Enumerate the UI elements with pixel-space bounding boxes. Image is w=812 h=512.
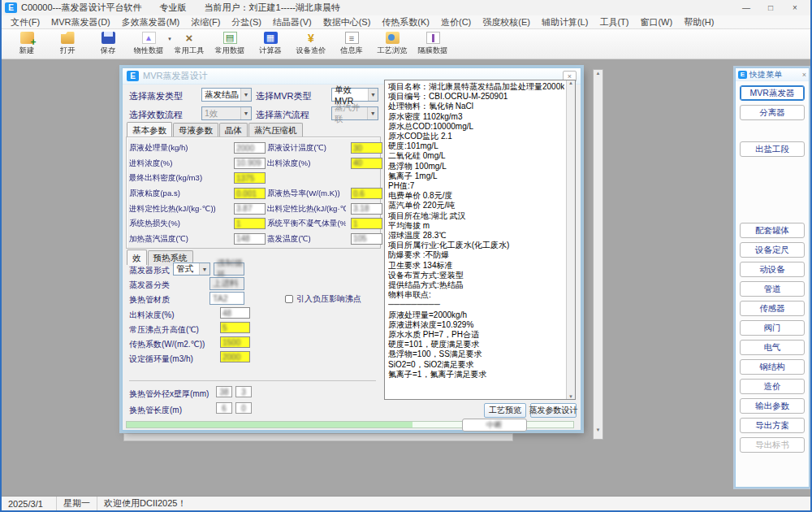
tube-thickness-input[interactable]: 3	[235, 386, 252, 397]
circulation-mode-select[interactable]: 强制循环	[214, 263, 244, 276]
outlet-specific-heat-input[interactable]: 3.18	[351, 203, 382, 215]
info-line: 硬度=101，硬度满足要求	[388, 340, 564, 349]
evaporator-form-select[interactable]: 管式▼	[173, 263, 210, 276]
menu-tools[interactable]: 工具(T)	[594, 16, 634, 28]
menu-crystallizer[interactable]: 结晶器(V)	[267, 16, 317, 28]
tube-od-input[interactable]: 38	[216, 386, 232, 397]
vacuum-effect-checkbox-row[interactable]: 引入负压影响沸点	[285, 293, 361, 305]
process-preview-button[interactable]: 工艺预览	[484, 403, 526, 418]
quick-sensors-button[interactable]: 传感器	[740, 301, 805, 316]
effect-flow-select[interactable]: 1效▼	[201, 106, 252, 120]
progress-action-button[interactable]: 中断	[462, 419, 527, 432]
circulation-volume-input[interactable]: 2000	[220, 351, 250, 362]
evaporator-class-select[interactable]: 上进料	[209, 277, 244, 290]
background-horizontal-scrollbar[interactable]	[123, 433, 513, 441]
scroll-down-icon[interactable]: ▼	[567, 394, 575, 399]
chevron-down-icon: ▼	[240, 89, 251, 101]
scroll-up-icon[interactable]: ▲	[567, 80, 575, 85]
chevron-down-icon: ▼	[368, 89, 378, 101]
toolbar-calculator[interactable]: ▦计算器	[250, 32, 291, 56]
evap-type-select[interactable]: 蒸发结晶▼	[201, 88, 252, 102]
quick-steel-structure-button[interactable]: 钢结构	[740, 359, 805, 375]
background-vertical-scrollbar[interactable]: ▲▼	[593, 69, 603, 440]
menu-heat-transfer[interactable]: 传热系数(K)	[376, 16, 435, 28]
quick-separator-button[interactable]: 分离器	[740, 105, 805, 120]
thermal-conductivity-input[interactable]: 0.6	[351, 188, 382, 199]
quick-mvr-evaporator-button[interactable]: MVR蒸发器	[740, 85, 805, 101]
design-temp-input[interactable]: 30	[351, 142, 382, 154]
toolbar-save[interactable]: 保存	[88, 32, 128, 56]
close-button[interactable]: ×	[783, 1, 807, 15]
toolbar-common-tools[interactable]: ×常用工具	[169, 32, 209, 56]
menu-window[interactable]: 窗口(W)	[634, 16, 678, 28]
outlet-concentration-input[interactable]: 40	[351, 158, 382, 169]
boiling-point-rise-input[interactable]: 5	[220, 322, 250, 333]
menu-salt-separation[interactable]: 分盐(S)	[226, 16, 267, 28]
quick-export-plan-button[interactable]: 导出方案	[740, 418, 805, 433]
maximize-button[interactable]: □	[758, 1, 783, 15]
toolbar-open[interactable]: 打开	[47, 32, 88, 56]
quick-cost-button[interactable]: 造价	[740, 379, 805, 394]
toolbar-common-data[interactable]: ▤常用数据	[209, 32, 250, 56]
info-line: 蒸汽单价 220元/吨	[388, 201, 564, 210]
field-label: 原液处理量(kg/h)	[129, 143, 228, 154]
tab-basic-params[interactable]: 基本参数	[127, 122, 172, 137]
toolbar-new[interactable]: 新建	[6, 32, 47, 56]
evaporation-temp-input[interactable]: 105	[351, 233, 382, 245]
toolbar-diaphragm-data[interactable]: 隔膜数据	[412, 32, 453, 56]
toolbar-info-library[interactable]: ≡信息库	[331, 32, 372, 56]
viscosity-input[interactable]: 0.001	[234, 188, 266, 199]
quick-salt-section-button[interactable]: 出盐工段	[740, 141, 805, 157]
quick-dynamic-equipment-button[interactable]: 动设备	[740, 262, 805, 277]
feed-rate-input[interactable]: 2000	[234, 142, 266, 154]
toolbar-physical-data[interactable]: ▲物性数据▼	[128, 32, 169, 56]
field-label: 系统平衡不凝气体量(%)	[267, 219, 346, 229]
menu-file[interactable]: 文件(F)	[5, 16, 45, 28]
feed-concentration-input[interactable]: 10.909	[234, 158, 266, 169]
final-density-input[interactable]: 1375	[234, 172, 266, 184]
heat-loss-input[interactable]: 1	[234, 218, 266, 229]
quick-output-params-button[interactable]: 输出参数	[740, 398, 805, 414]
menu-mvr-evaporator[interactable]: MVR蒸发器(D)	[45, 16, 116, 28]
tube-material-select[interactable]: TA2	[209, 292, 244, 305]
minimize-button[interactable]: —	[734, 1, 758, 15]
menu-strength-check[interactable]: 强度校核(E)	[477, 16, 536, 28]
edition-label: 专业版	[160, 2, 187, 14]
field-label: 进料定性比热(kJ/(kg·℃))	[129, 203, 228, 214]
noncondensable-gas-input[interactable]: 1	[351, 218, 382, 229]
menu-multi-effect[interactable]: 多效蒸发器(M)	[116, 16, 186, 28]
sub-out-concentration-input[interactable]: 48	[220, 307, 250, 319]
quick-electrical-button[interactable]: 电气	[740, 340, 805, 355]
quick-equipment-sizing-button[interactable]: 设备定尺	[740, 242, 805, 258]
quick-valves-button[interactable]: 阀门	[740, 320, 805, 336]
menu-aux-calc[interactable]: 辅助计算(L)	[536, 16, 594, 28]
boiling-point-rise-label: 常压沸点升高值(℃)	[129, 324, 199, 336]
heat-transfer-coeff-input[interactable]: 1500	[220, 336, 250, 348]
quick-tanks-button[interactable]: 配套罐体	[740, 223, 805, 238]
field-label: 蒸发温度(℃)	[267, 233, 346, 244]
tab-effect[interactable]: 效	[127, 249, 147, 265]
mvr-type-select[interactable]: 单效MVR▼	[331, 88, 378, 102]
quick-export-bid-button[interactable]: 导出标书	[740, 437, 805, 453]
feed-specific-heat-input[interactable]: 3.87	[234, 203, 266, 215]
app-window: E C00000---蒸发器设计平台软件 专业版 当前用户：刘正建1-----湖…	[0, 0, 812, 512]
field-label: 原液粘度(pa.s)	[129, 188, 228, 198]
chevron-down-icon: ▼	[240, 107, 251, 119]
info-panel-scrollbar[interactable]: ▲▼	[566, 80, 575, 399]
menu-data-center[interactable]: 数据中心(S)	[317, 16, 377, 28]
tube-length-frac-input[interactable]: 0	[235, 402, 252, 414]
dialog-logo-icon: E	[127, 71, 139, 81]
info-line: 硬度:101mg/L	[388, 141, 564, 151]
toolbar-equipment-price[interactable]: ¥设备造价	[291, 32, 331, 56]
checkbox-icon[interactable]	[285, 295, 293, 303]
quick-piping-button[interactable]: 管道	[740, 281, 805, 297]
heating-steam-temp-input[interactable]: 148	[234, 233, 266, 245]
quick-menu-close-icon[interactable]: ×	[802, 71, 806, 79]
toolbar-process-view[interactable]: 工艺浏览	[372, 32, 412, 56]
steam-flow-select[interactable]: 蒸汽并联▼	[331, 106, 378, 120]
evap-param-design-button[interactable]: 蒸发参数设计	[530, 403, 577, 418]
menu-help[interactable]: 帮助(H)	[678, 16, 719, 28]
menu-cost[interactable]: 造价(C)	[435, 16, 477, 28]
tube-length-input[interactable]: 6	[216, 402, 232, 414]
menu-concentration[interactable]: 浓缩(F)	[185, 16, 226, 28]
